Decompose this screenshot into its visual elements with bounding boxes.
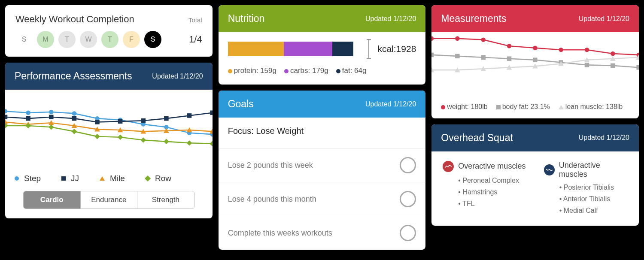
goals-focus: Focus: Lose Weight	[219, 118, 426, 148]
svg-marker-32	[49, 124, 54, 130]
nutrition-legend: protein: 159g carbs: 179g fat: 64g	[228, 67, 416, 75]
measurements-chart	[431, 32, 639, 95]
performance-title: Performance Assessments	[15, 70, 132, 82]
legend-step: Step	[24, 174, 41, 183]
nutrition-bar	[228, 42, 368, 56]
list-item: Medial Calf	[559, 205, 628, 216]
underactive-title: Underactive muscles	[559, 161, 628, 179]
protein-dot-icon	[228, 69, 232, 73]
goals-card: Goals Updated 1/12/20 Focus: Lose Weight…	[219, 91, 426, 250]
svg-marker-36	[140, 137, 146, 143]
mile-marker-icon	[100, 176, 105, 181]
svg-point-0	[5, 109, 7, 113]
svg-rect-50	[455, 54, 459, 58]
day-mon[interactable]: M	[37, 31, 54, 48]
svg-rect-19	[210, 110, 212, 115]
svg-rect-10	[5, 115, 7, 119]
svg-point-47	[611, 51, 615, 56]
underactive-list: Posterior Tibialis Anterior Tibialis Med…	[544, 181, 628, 217]
goal-text: Lose 2 pounds this week	[228, 161, 313, 170]
performance-card: Performance Assessments Updated 1/12/20 …	[5, 63, 213, 218]
svg-point-43	[507, 44, 511, 48]
legend-lean: lean muscle: 138lb	[565, 103, 623, 110]
squat-title: Overhead Squat	[441, 132, 513, 144]
weekly-workout-card: Weekly Workout Completion Total S M T W …	[5, 5, 213, 57]
measurements-title: Measurements	[441, 13, 506, 24]
overhead-squat-card: Overhead Squat Updated 1/12/20 Overactiv…	[431, 124, 639, 226]
legend-row: Row	[155, 174, 171, 183]
nutrition-updated: Updated 1/12/20	[365, 15, 416, 23]
nutrition-kcal: kcal:1928	[377, 44, 416, 54]
day-sat[interactable]: S	[144, 31, 161, 48]
legend-bodyfat: body fat: 23.1%	[502, 103, 550, 110]
svg-rect-11	[26, 116, 30, 121]
fat-dot-icon	[336, 69, 340, 73]
legend-weight: weight: 180lb	[447, 103, 487, 110]
svg-rect-57	[637, 65, 639, 70]
weekly-count: 1/4	[189, 34, 202, 45]
list-item: Peroneal Complex	[458, 175, 526, 186]
goals-updated: Updated 1/12/20	[365, 100, 416, 108]
weekly-title: Weekly Workout Completion	[15, 14, 134, 25]
overactive-icon	[443, 161, 454, 172]
overactive-title: Overactive muscles	[458, 162, 526, 171]
day-wed[interactable]: W	[80, 31, 97, 48]
legend-mile: Mile	[110, 174, 125, 183]
svg-point-2	[49, 110, 53, 114]
day-thu[interactable]: T	[101, 31, 118, 48]
measurements-card: Measurements Updated 1/12/20 weight: 180…	[431, 5, 639, 118]
nutrition-seg-protein	[228, 42, 284, 56]
tab-cardio[interactable]: Cardio	[24, 191, 81, 209]
svg-rect-18	[187, 113, 191, 118]
jj-marker-icon	[61, 176, 66, 181]
lean-tri-icon	[559, 105, 564, 109]
list-item: Hamstrings	[458, 186, 526, 198]
svg-rect-14	[95, 120, 99, 124]
svg-marker-34	[94, 134, 100, 139]
svg-rect-15	[118, 119, 122, 124]
svg-rect-49	[431, 53, 434, 57]
performance-updated: Updated 1/12/20	[152, 73, 203, 80]
svg-rect-17	[164, 116, 168, 121]
measurements-updated: Updated 1/12/20	[579, 15, 629, 23]
svg-rect-12	[49, 115, 53, 119]
svg-point-45	[559, 48, 563, 52]
tab-strength[interactable]: Strength	[137, 191, 194, 209]
goal-checkbox-icon[interactable]	[400, 191, 416, 207]
row-marker-icon	[145, 175, 151, 181]
bodyfat-sq-icon	[496, 105, 501, 109]
goal-text: Lose 4 pounds this month	[228, 195, 316, 204]
nutrition-title: Nutrition	[228, 13, 265, 24]
svg-marker-33	[72, 129, 77, 134]
day-sun[interactable]: S	[15, 31, 33, 48]
legend-fat: fat: 64g	[342, 67, 367, 75]
svg-point-42	[481, 37, 486, 42]
goal-item[interactable]: Lose 2 pounds this week	[219, 148, 426, 182]
svg-marker-37	[164, 139, 169, 145]
svg-rect-13	[72, 116, 76, 121]
svg-rect-55	[585, 63, 589, 67]
svg-point-1	[26, 110, 30, 115]
goal-checkbox-icon[interactable]	[400, 225, 416, 241]
weekly-days: S M T W T F S	[15, 31, 161, 48]
svg-rect-51	[481, 55, 486, 60]
tab-endurance[interactable]: Endurance	[81, 191, 138, 209]
nutrition-seg-fat	[332, 42, 353, 56]
day-fri[interactable]: F	[123, 31, 140, 48]
svg-marker-38	[187, 140, 192, 146]
svg-marker-39	[210, 141, 212, 147]
legend-carbs: carbs: 179g	[290, 67, 328, 75]
list-item: Anterior Tibialis	[559, 193, 628, 205]
goal-item[interactable]: Complete this weeks workouts	[219, 216, 426, 250]
svg-rect-16	[141, 118, 146, 123]
goal-item[interactable]: Lose 4 pounds this month	[219, 182, 426, 216]
svg-marker-35	[118, 135, 123, 140]
svg-rect-53	[533, 57, 537, 62]
svg-rect-56	[611, 63, 615, 68]
goal-checkbox-icon[interactable]	[400, 157, 416, 173]
legend-jj: JJ	[71, 174, 79, 183]
carbs-dot-icon	[284, 69, 289, 73]
day-tue[interactable]: T	[58, 31, 76, 48]
squat-updated: Updated 1/12/20	[579, 134, 629, 142]
nutrition-card: Nutrition Updated 1/12/20 kcal:1928 prot…	[219, 5, 426, 85]
